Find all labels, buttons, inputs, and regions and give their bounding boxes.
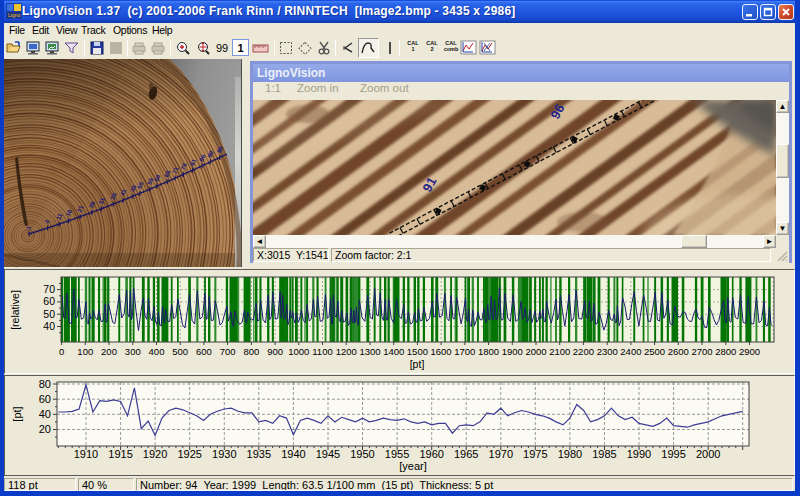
svg-text:1950: 1950 bbox=[350, 448, 374, 460]
svg-text:2000: 2000 bbox=[696, 448, 720, 460]
svg-text:600: 600 bbox=[196, 346, 212, 357]
svg-text:2900: 2900 bbox=[739, 346, 760, 357]
svg-text:2300: 2300 bbox=[597, 346, 618, 357]
svg-text:20: 20 bbox=[39, 423, 51, 435]
svg-text:1900: 1900 bbox=[502, 346, 523, 357]
svg-text:Ligno: Ligno bbox=[8, 12, 20, 18]
svg-text:1700: 1700 bbox=[454, 346, 475, 357]
svg-text:1970: 1970 bbox=[489, 448, 513, 460]
svg-text:1940: 1940 bbox=[281, 448, 305, 460]
svg-text:1600: 1600 bbox=[431, 346, 452, 357]
svg-text:1915: 1915 bbox=[108, 448, 132, 460]
svg-text:900: 900 bbox=[267, 346, 283, 357]
svg-text:1920: 1920 bbox=[143, 448, 167, 460]
svg-text:2500: 2500 bbox=[644, 346, 665, 357]
svg-text:60: 60 bbox=[39, 393, 51, 405]
svg-text:1990: 1990 bbox=[627, 448, 651, 460]
svg-text:0: 0 bbox=[59, 346, 64, 357]
svg-text:2000: 2000 bbox=[525, 346, 546, 357]
svg-text:500: 500 bbox=[172, 346, 188, 357]
svg-text:1000: 1000 bbox=[288, 346, 309, 357]
svg-text:1800: 1800 bbox=[478, 346, 499, 357]
svg-text:2400: 2400 bbox=[620, 346, 641, 357]
svg-text:50: 50 bbox=[43, 308, 55, 320]
svg-text:[pt]: [pt] bbox=[11, 406, 23, 421]
svg-text:1980: 1980 bbox=[558, 448, 582, 460]
svg-text:[year]: [year] bbox=[399, 460, 427, 472]
svg-text:[pt]: [pt] bbox=[410, 358, 425, 370]
svg-text:1975: 1975 bbox=[523, 448, 547, 460]
svg-text:400: 400 bbox=[149, 346, 165, 357]
svg-text:2600: 2600 bbox=[668, 346, 689, 357]
svg-text:70: 70 bbox=[43, 283, 55, 295]
svg-text:100: 100 bbox=[77, 346, 93, 357]
svg-text:1925: 1925 bbox=[177, 448, 201, 460]
svg-text:2200: 2200 bbox=[573, 346, 594, 357]
svg-text:2700: 2700 bbox=[691, 346, 712, 357]
svg-text:80: 80 bbox=[39, 378, 51, 390]
svg-text:1960: 1960 bbox=[419, 448, 443, 460]
svg-text:800: 800 bbox=[243, 346, 259, 357]
svg-text:200: 200 bbox=[101, 346, 117, 357]
svg-text:1200: 1200 bbox=[336, 346, 357, 357]
svg-text:[relative]: [relative] bbox=[9, 290, 21, 330]
svg-text:2100: 2100 bbox=[549, 346, 570, 357]
svg-text:1300: 1300 bbox=[359, 346, 380, 357]
svg-text:1955: 1955 bbox=[385, 448, 409, 460]
svg-text:60: 60 bbox=[43, 295, 55, 307]
svg-text:1965: 1965 bbox=[454, 448, 478, 460]
svg-text:1945: 1945 bbox=[316, 448, 340, 460]
svg-text:40: 40 bbox=[39, 408, 51, 420]
svg-text:1935: 1935 bbox=[247, 448, 271, 460]
svg-text:700: 700 bbox=[220, 346, 236, 357]
svg-text:40: 40 bbox=[43, 320, 55, 332]
svg-text:300: 300 bbox=[125, 346, 141, 357]
svg-text:2800: 2800 bbox=[715, 346, 736, 357]
svg-text:1100: 1100 bbox=[312, 346, 332, 357]
svg-text:1995: 1995 bbox=[661, 448, 685, 460]
svg-text:1930: 1930 bbox=[212, 448, 236, 460]
svg-text:1985: 1985 bbox=[592, 448, 616, 460]
svg-text:1400: 1400 bbox=[383, 346, 404, 357]
svg-text:1500: 1500 bbox=[407, 346, 428, 357]
svg-text:1910: 1910 bbox=[74, 448, 98, 460]
